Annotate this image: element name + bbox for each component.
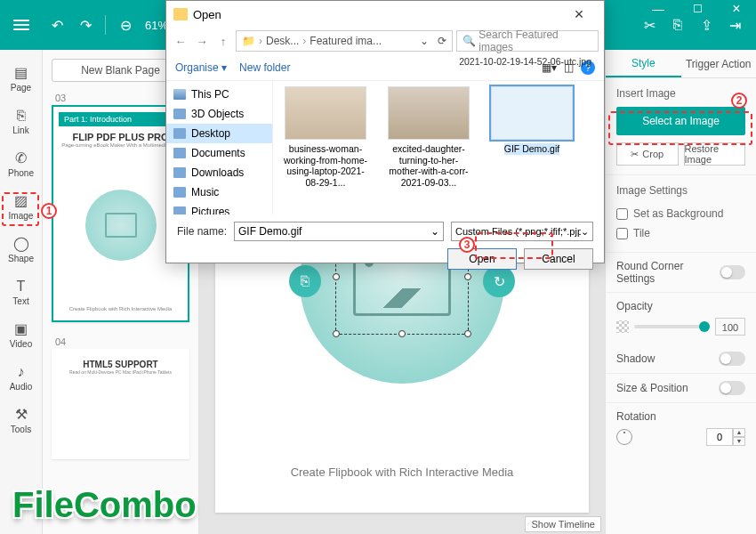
set-bg-label: Set as Background <box>633 207 723 220</box>
tool-tools[interactable]: ⚒Tools <box>0 399 43 441</box>
file-item[interactable]: excited-daughter-turning-to-her-mother-w… <box>385 86 472 188</box>
cancel-button[interactable]: Cancel <box>524 248 593 270</box>
open-button[interactable]: Open <box>447 248 517 270</box>
round-corner-toggle[interactable] <box>720 265 745 279</box>
thumb2-title: HTML5 SUPPORT <box>59 360 182 369</box>
tool-page[interactable]: ▤Page <box>0 57 43 100</box>
spinner-down[interactable]: ▼ <box>733 437 745 446</box>
tile-checkbox[interactable] <box>616 228 628 239</box>
thumb-banner: Part 1: Introduction <box>59 112 182 126</box>
rotation-label: Rotation <box>606 403 756 423</box>
tree-item-documents[interactable]: Documents <box>166 143 272 163</box>
tool-image[interactable]: ▨Image <box>0 185 43 228</box>
resize-handle[interactable] <box>398 330 406 337</box>
file-label: business-woman-working-from-home-using-l… <box>282 143 369 188</box>
shadow-toggle[interactable] <box>719 352 745 366</box>
opacity-slider[interactable] <box>634 325 710 328</box>
restore-image-button[interactable]: Restore Image <box>684 142 746 166</box>
tool-audio[interactable]: ♪Audio <box>0 356 43 399</box>
rotation-dial[interactable] <box>616 429 632 445</box>
file-name-input[interactable]: GIF Demo.gif⌄ <box>234 222 444 241</box>
tile-label: Tile <box>633 227 650 239</box>
tree-item-3d-objects[interactable]: 3D Objects <box>166 104 272 124</box>
tool-link[interactable]: ⎘Link <box>0 100 43 142</box>
search-placeholder: Search Featured images <box>479 28 592 53</box>
file-type-select[interactable]: Custom Files (*.png;*.jfif;*.pjpe⌄ <box>451 222 593 241</box>
tool-shape[interactable]: ◯Shape <box>0 228 43 271</box>
crop-button[interactable]: ✂ Crop <box>616 142 679 166</box>
rotation-row: ▲▼ <box>606 423 756 451</box>
tool-video[interactable]: ▣Video <box>0 313 43 356</box>
right-panel: Style Trigger Action Insert Image Select… <box>605 50 756 534</box>
checker-icon <box>616 320 629 333</box>
file-thumbnail <box>285 86 366 140</box>
dialog-title: Open <box>193 8 221 21</box>
tree-item-music[interactable]: Music <box>166 182 272 202</box>
nav-back-icon[interactable]: ← <box>172 32 189 50</box>
page-number: 04 <box>43 331 198 349</box>
open-file-dialog: Open × ← → ↑ 📁 › Desk... › Featured ima.… <box>165 0 605 263</box>
nav-up-icon[interactable]: ↑ <box>214 32 232 50</box>
tool-text[interactable]: TText <box>0 271 43 313</box>
rotation-input[interactable] <box>706 428 733 446</box>
maximize-icon[interactable]: ☐ <box>678 0 717 18</box>
tool-text-label: Text <box>12 296 28 306</box>
dialog-titlebar: Open × <box>166 1 604 28</box>
rotation-spinner: ▲▼ <box>706 428 745 446</box>
dialog-nav: ← → ↑ 📁 › Desk... › Featured ima... ⌄ ⟳ … <box>166 28 604 54</box>
show-timeline-button[interactable]: Show Timeline <box>525 516 601 532</box>
dialog-search-input[interactable]: 🔍 Search Featured images <box>456 30 599 52</box>
tool-page-label: Page <box>11 83 31 93</box>
thumb-caption: Create Flipbook with Rich Interactive Me… <box>59 303 182 315</box>
tool-image-label: Image <box>9 211 34 221</box>
shadow-label: Shadow <box>616 352 655 365</box>
tool-shape-label: Shape <box>8 254 34 263</box>
close-window-icon[interactable]: × <box>717 0 756 18</box>
new-folder-button[interactable]: New folder <box>239 61 290 74</box>
tool-phone[interactable]: ✆Phone <box>0 142 43 185</box>
refresh-icon[interactable]: ⟳ <box>438 35 446 47</box>
minimize-icon[interactable]: — <box>639 0 678 18</box>
tab-style[interactable]: Style <box>606 50 681 77</box>
tab-trigger-action[interactable]: Trigger Action <box>681 50 757 77</box>
canvas-caption: Create Flipbook with Rich Interactive Me… <box>215 465 589 479</box>
organise-menu[interactable]: Organise ▾ <box>175 61 227 74</box>
nav-forward-icon[interactable]: → <box>193 32 211 50</box>
spinner-up[interactable]: ▲ <box>733 428 745 437</box>
breadcrumb[interactable]: 📁 › Desk... › Featured ima... ⌄ ⟳ <box>236 30 453 52</box>
zoom-out-icon[interactable]: ⊖ <box>111 11 140 39</box>
resize-handle[interactable] <box>464 330 471 337</box>
tree-item-this-pc[interactable]: This PC <box>166 85 272 104</box>
resize-handle[interactable] <box>333 330 340 337</box>
opacity-value[interactable]: 100 <box>715 318 745 336</box>
opacity-label: Opacity <box>606 293 756 312</box>
set-background-checkbox[interactable] <box>616 208 628 220</box>
tool-link-label: Link <box>12 125 28 135</box>
crop-label: Crop <box>642 149 664 159</box>
round-corner-label: Round Corner Settings <box>616 260 720 285</box>
folder-tree: This PC 3D Objects Desktop Documents Dow… <box>166 81 273 214</box>
insert-image-label: Insert Image <box>616 87 745 100</box>
dialog-body: This PC 3D Objects Desktop Documents Dow… <box>166 81 604 214</box>
redo-icon[interactable]: ↷ <box>71 11 100 39</box>
opacity-row: 100 <box>606 312 756 344</box>
size-pos-toggle[interactable] <box>719 381 745 395</box>
left-tool-rail: ▤Page ⎘Link ✆Phone ▨Image ◯Shape TText ▣… <box>0 50 43 534</box>
tree-item-pictures[interactable]: Pictures <box>166 202 272 214</box>
undo-icon[interactable]: ↶ <box>43 11 71 39</box>
divider <box>105 15 106 35</box>
file-item[interactable]: GIF Demo.gif <box>488 86 575 155</box>
file-thumbnail <box>491 86 573 140</box>
breadcrumb-item[interactable]: Featured ima... <box>310 35 382 47</box>
select-image-button[interactable]: Select an Image <box>616 107 745 135</box>
dialog-close-icon[interactable]: × <box>561 1 597 28</box>
right-panel-tabs: Style Trigger Action <box>606 50 756 78</box>
file-item[interactable]: business-woman-working-from-home-using-l… <box>282 86 369 188</box>
tree-item-desktop[interactable]: Desktop <box>166 124 272 143</box>
breadcrumb-item[interactable]: Desk... <box>266 35 299 47</box>
page-thumb-04[interactable]: HTML5 SUPPORT Read on Multi-Devices PC M… <box>52 349 189 459</box>
tool-audio-label: Audio <box>10 382 33 392</box>
menu-button[interactable] <box>0 0 43 50</box>
tree-item-downloads[interactable]: Downloads <box>166 163 272 182</box>
round-corner-row: Round Corner Settings <box>606 253 756 293</box>
